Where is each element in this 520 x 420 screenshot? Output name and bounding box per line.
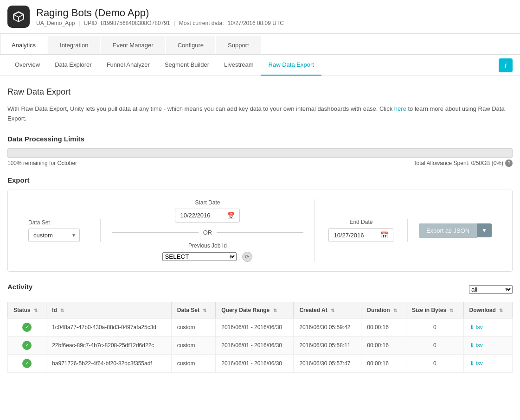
progress-bar-bg <box>7 148 513 158</box>
subnav-raw-data-export[interactable]: Raw Data Export <box>261 55 321 76</box>
tab-integration[interactable]: Integration <box>48 36 100 54</box>
cell-dataset-0: custom <box>171 318 215 336</box>
col-dataset[interactable]: Data Set ⇅ <box>171 302 215 318</box>
start-date-input[interactable] <box>180 212 226 219</box>
or-line-left <box>112 232 199 233</box>
col-size-bytes[interactable]: Size in Bytes ⇅ <box>406 302 463 318</box>
prev-job-select[interactable]: SELECT <box>162 252 237 261</box>
export-dropdown-button[interactable]: ▼ <box>477 223 492 237</box>
col-id[interactable]: Id ⇅ <box>46 302 172 318</box>
download-icon-1: ⬇ <box>469 342 474 349</box>
cell-status-0: ✓ <box>8 318 46 336</box>
subnav-livestream[interactable]: Livestream <box>217 55 261 76</box>
activity-section-title: Activity <box>7 283 32 291</box>
app-name: Raging Bots (Demo App) <box>36 7 284 19</box>
col-duration[interactable]: Duration ⇅ <box>361 302 406 318</box>
reset-button[interactable]: ⟳ <box>242 252 252 262</box>
tab-analytics[interactable]: Analytics <box>0 34 47 54</box>
end-date-input-wrap: 📅 <box>328 228 393 242</box>
info-button[interactable]: i <box>499 58 513 72</box>
or-divider: OR <box>112 229 303 236</box>
tab-event-manager[interactable]: Event Manager <box>101 36 165 54</box>
download-icon-0: ⬇ <box>469 324 474 331</box>
sub-nav: Overview Data Explorer Funnel Analyzer S… <box>0 55 520 76</box>
cell-status-2: ✓ <box>8 354 46 372</box>
tab-support[interactable]: Support <box>216 36 261 54</box>
download-link-0[interactable]: ⬇ tsv <box>469 324 507 331</box>
page-title: Raw Data Export <box>7 87 513 97</box>
progress-labels: 100% remaining for October Total Allowan… <box>7 159 513 167</box>
dataset-col: Data Set custom appRunning deviceInfo tr… <box>17 219 101 242</box>
activity-filter-wrap: all custom appRunning <box>469 285 513 294</box>
activity-filter-select[interactable]: all custom appRunning <box>469 285 513 294</box>
cell-id-1: 22bf6eac-89c7-4b7c-8208-25df12d6d22c <box>46 336 172 354</box>
sort-status-icon: ⇅ <box>34 308 38 313</box>
export-json-button[interactable]: Export as JSON <box>419 223 477 238</box>
col-query-date-range[interactable]: Query Date Range ⇅ <box>216 302 294 318</box>
end-date-calendar-icon[interactable]: 📅 <box>380 231 388 239</box>
export-section-title: Export <box>7 176 513 184</box>
app-logo <box>7 6 30 28</box>
data-date-label: Most current data: <box>179 20 224 26</box>
prev-job-select-wrap: SELECT <box>162 252 237 261</box>
dataset-select[interactable]: custom appRunning deviceInfo transaction <box>28 229 80 242</box>
cell-created-1: 2016/06/30 05:58:11 <box>294 336 361 354</box>
progress-allowance-label: Total Allowance Spent: 0/50GB (0%) ? <box>414 159 513 167</box>
export-btn-wrap: Export as JSON ▼ <box>419 223 492 238</box>
upid-label: UPID <box>84 20 97 26</box>
app-title-block: Raging Bots (Demo App) UA_Demo_App | UPI… <box>36 7 284 26</box>
subnav-funnel-analyzer[interactable]: Funnel Analyzer <box>99 55 157 76</box>
cell-id-2: ba971726-5b22-4f64-bf20-82dc3f355adf <box>46 354 172 372</box>
dates-col: Start Date 📅 OR Previous Job Id <box>101 199 315 262</box>
status-check-icon-2: ✓ <box>22 359 32 368</box>
prev-job-label: Previous Job Id <box>112 242 303 249</box>
status-check-icon-1: ✓ <box>22 341 32 350</box>
start-date-input-wrap: 📅 <box>175 209 240 223</box>
start-date-label: Start Date <box>112 199 303 206</box>
table-row: ✓ 22bf6eac-89c7-4b7c-8208-25df12d6d22c c… <box>8 336 513 354</box>
table-row: ✓ 1c048a77-47b0-430a-88d3-0497afa25c3d c… <box>8 318 513 336</box>
progress-container: 100% remaining for October Total Allowan… <box>7 148 513 167</box>
cell-duration-2: 00:00:16 <box>361 354 406 372</box>
tab-configure[interactable]: Configure <box>166 36 215 54</box>
col-status[interactable]: Status ⇅ <box>8 302 46 318</box>
cell-duration-1: 00:00:16 <box>361 336 406 354</box>
limits-section-title: Data Processing Limits <box>7 135 513 143</box>
app-header: Raging Bots (Demo App) UA_Demo_App | UPI… <box>0 0 520 34</box>
cell-date-range-2: 2016/06/01 - 2016/06/30 <box>216 354 294 372</box>
cell-dataset-1: custom <box>171 336 215 354</box>
sort-dataset-icon: ⇅ <box>203 308 206 313</box>
subnav-segment-builder[interactable]: Segment Builder <box>157 55 217 76</box>
col-download[interactable]: Download ⇅ <box>463 302 513 318</box>
sort-created-icon: ⇅ <box>331 308 334 313</box>
subnav-overview[interactable]: Overview <box>7 55 47 76</box>
page-description: With Raw Data Export, Unity lets you pul… <box>7 104 513 124</box>
download-link-1[interactable]: ⬇ tsv <box>469 342 507 349</box>
or-line-right <box>217 232 303 233</box>
dataset-select-wrap: custom appRunning deviceInfo transaction <box>28 229 80 242</box>
cell-date-range-1: 2016/06/01 - 2016/06/30 <box>216 336 294 354</box>
download-icon-2: ⬇ <box>469 360 474 367</box>
status-check-icon-0: ✓ <box>22 323 32 332</box>
subnav-data-explorer[interactable]: Data Explorer <box>47 55 99 76</box>
cell-date-range-0: 2016/06/01 - 2016/06/30 <box>216 318 294 336</box>
description-link[interactable]: here <box>394 105 406 112</box>
allowance-help-icon[interactable]: ? <box>505 159 513 167</box>
cell-download-0: ⬇ tsv <box>463 318 513 336</box>
upid-value: 819987568408308O780791 <box>101 20 170 26</box>
table-row: ✓ ba971726-5b22-4f64-bf20-82dc3f355adf c… <box>8 354 513 372</box>
col-created-at[interactable]: Created At ⇅ <box>294 302 361 318</box>
export-section: Export Data Set custom appRunning device… <box>7 176 513 272</box>
progress-remaining-label: 100% remaining for October <box>7 160 77 166</box>
start-date-calendar-icon[interactable]: 📅 <box>227 212 235 219</box>
cell-created-0: 2016/06/30 05:59:42 <box>294 318 361 336</box>
cell-download-1: ⬇ tsv <box>463 336 513 354</box>
dataset-label: Data Set <box>28 219 89 226</box>
end-date-input[interactable] <box>334 232 380 239</box>
download-link-2[interactable]: ⬇ tsv <box>469 360 507 367</box>
or-text: OR <box>203 229 212 236</box>
cell-size-0: 0 <box>406 318 463 336</box>
end-date-col: End Date 📅 <box>315 219 408 242</box>
sort-id-icon: ⇅ <box>60 308 64 313</box>
sort-size-icon: ⇅ <box>449 308 453 313</box>
